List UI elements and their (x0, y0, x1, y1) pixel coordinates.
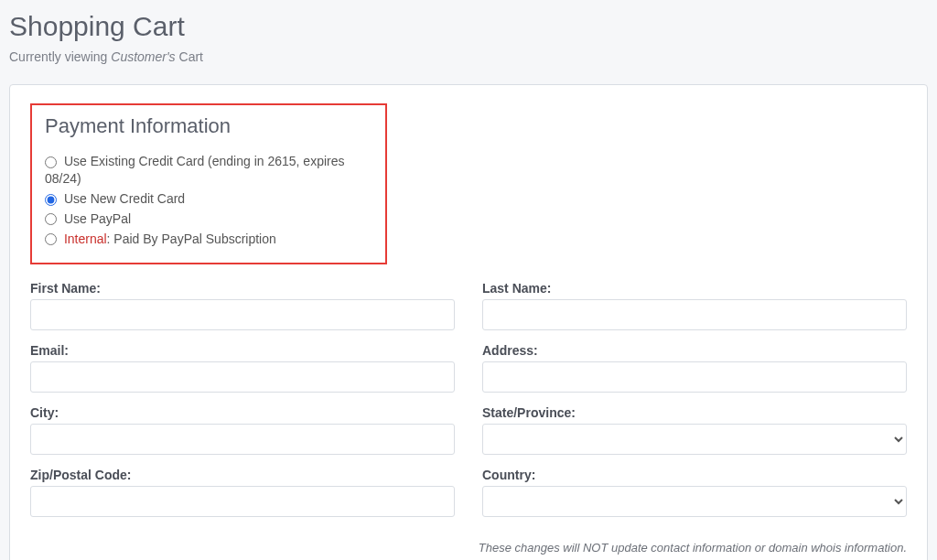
billing-form: First Name: Last Name: Email: Address: C… (30, 281, 907, 517)
radio-text-internal-rest: : Paid By PayPal Subscription (107, 232, 276, 246)
radio-text-new-card: Use New Credit Card (64, 191, 185, 206)
field-first-name: First Name: (30, 281, 455, 330)
radio-existing-card[interactable] (45, 156, 57, 168)
label-last-name: Last Name: (482, 281, 907, 296)
label-email: Email: (30, 343, 455, 358)
field-email: Email: (30, 343, 455, 393)
field-state: State/Province: (482, 405, 907, 455)
radio-internal-paypal[interactable] (45, 233, 57, 245)
label-address: Address: (482, 343, 907, 358)
label-country: Country: (482, 468, 907, 482)
select-country[interactable] (482, 486, 907, 517)
input-zip[interactable] (30, 486, 455, 517)
input-first-name[interactable] (30, 299, 455, 330)
field-address: Address: (482, 343, 907, 393)
radio-text-internal-prefix: Internal (64, 232, 107, 246)
radio-label-existing-card[interactable]: Use Existing Credit Card (ending in 2615… (45, 154, 345, 186)
radio-text-paypal: Use PayPal (64, 211, 131, 226)
label-zip: Zip/Postal Code: (30, 468, 455, 482)
field-city: City: (30, 405, 455, 455)
page-subtitle: Currently viewing Customer's Cart (9, 49, 928, 64)
payment-info-highlight: Payment Information Use Existing Credit … (30, 103, 387, 264)
label-state: State/Province: (482, 405, 907, 420)
radio-text-existing-card: Use Existing Credit Card (ending in 2615… (45, 154, 345, 186)
subtitle-prefix: Currently viewing (9, 49, 111, 64)
radio-row-existing-card[interactable]: Use Existing Credit Card (ending in 2615… (45, 153, 372, 188)
input-address[interactable] (482, 361, 907, 393)
payment-section-title: Payment Information (45, 114, 372, 138)
input-city[interactable] (30, 424, 455, 455)
radio-paypal[interactable] (45, 213, 57, 225)
input-email[interactable] (30, 361, 455, 393)
subtitle-suffix: Cart (176, 49, 203, 64)
radio-row-new-card[interactable]: Use New Credit Card (45, 190, 372, 208)
field-zip: Zip/Postal Code: (30, 468, 455, 517)
page-title: Shopping Cart (9, 11, 928, 42)
panel-payment: Payment Information Use Existing Credit … (9, 84, 928, 560)
select-state[interactable] (482, 424, 907, 455)
label-city: City: (30, 405, 455, 420)
field-country: Country: (482, 468, 907, 517)
radio-label-new-card[interactable]: Use New Credit Card (45, 191, 185, 206)
radio-label-internal-paypal[interactable]: Internal: Paid By PayPal Subscription (45, 232, 276, 246)
subtitle-customer: Customer's (111, 49, 175, 64)
radio-new-card[interactable] (45, 194, 57, 206)
radio-row-paypal[interactable]: Use PayPal (45, 210, 372, 228)
radio-row-internal-paypal[interactable]: Internal: Paid By PayPal Subscription (45, 231, 372, 248)
label-first-name: First Name: (30, 281, 455, 296)
radio-label-paypal[interactable]: Use PayPal (45, 211, 131, 226)
form-note: These changes will NOT update contact in… (30, 541, 907, 555)
field-last-name: Last Name: (482, 281, 907, 330)
input-last-name[interactable] (482, 299, 907, 330)
